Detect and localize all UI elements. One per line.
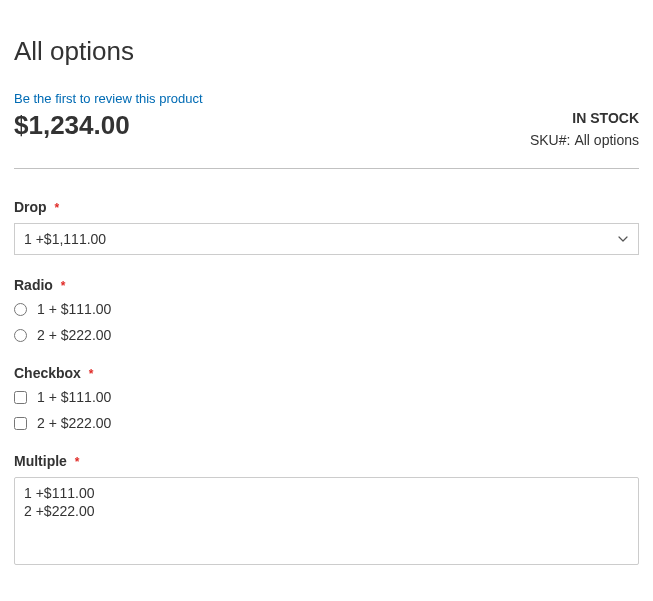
radio-label-text: Radio bbox=[14, 277, 53, 293]
price: $1,234.00 bbox=[14, 110, 130, 141]
radio-option-1[interactable] bbox=[14, 303, 27, 316]
drop-label-text: Drop bbox=[14, 199, 47, 215]
field-drop: Drop * 1 +$1,111.00 bbox=[14, 199, 639, 255]
multiple-label-text: Multiple bbox=[14, 453, 67, 469]
multiple-option-1[interactable]: 1 +$111.00 bbox=[24, 484, 629, 502]
checkbox-option-1-label: 1 + $111.00 bbox=[37, 389, 111, 405]
price-stock-row: $1,234.00 IN STOCK SKU#:All options bbox=[14, 110, 639, 169]
drop-label: Drop * bbox=[14, 199, 639, 215]
stock-sku: IN STOCK SKU#:All options bbox=[530, 110, 639, 148]
field-multiple: Multiple * 1 +$111.00 2 +$222.00 bbox=[14, 453, 639, 565]
field-radio: Radio * 1 + $111.00 2 + $222.00 bbox=[14, 277, 639, 343]
checkbox-option-1[interactable] bbox=[14, 391, 27, 404]
checkbox-option-2-label: 2 + $222.00 bbox=[37, 415, 111, 431]
checkbox-option-2-row: 2 + $222.00 bbox=[14, 415, 639, 431]
page-title: All options bbox=[14, 36, 653, 67]
required-mark: * bbox=[75, 455, 80, 469]
radio-option-2[interactable] bbox=[14, 329, 27, 342]
radio-option-1-label: 1 + $111.00 bbox=[37, 301, 111, 317]
reviews-link[interactable]: Be the first to review this product bbox=[14, 91, 203, 106]
radio-option-2-label: 2 + $222.00 bbox=[37, 327, 111, 343]
sku-row: SKU#:All options bbox=[530, 132, 639, 148]
stock-status: IN STOCK bbox=[530, 110, 639, 126]
checkbox-label-text: Checkbox bbox=[14, 365, 81, 381]
checkbox-option-1-row: 1 + $111.00 bbox=[14, 389, 639, 405]
multiple-option-2[interactable]: 2 +$222.00 bbox=[24, 502, 629, 520]
drop-select-wrapper: 1 +$1,111.00 bbox=[14, 223, 639, 255]
drop-select[interactable]: 1 +$1,111.00 bbox=[14, 223, 639, 255]
radio-label: Radio * bbox=[14, 277, 639, 293]
multiple-select[interactable]: 1 +$111.00 2 +$222.00 bbox=[14, 477, 639, 565]
field-checkbox: Checkbox * 1 + $111.00 2 + $222.00 bbox=[14, 365, 639, 431]
radio-option-2-row: 2 + $222.00 bbox=[14, 327, 639, 343]
checkbox-label: Checkbox * bbox=[14, 365, 639, 381]
required-mark: * bbox=[89, 367, 94, 381]
required-mark: * bbox=[55, 201, 60, 215]
radio-option-1-row: 1 + $111.00 bbox=[14, 301, 639, 317]
checkbox-option-2[interactable] bbox=[14, 417, 27, 430]
required-mark: * bbox=[61, 279, 66, 293]
multiple-label: Multiple * bbox=[14, 453, 639, 469]
sku-value: All options bbox=[574, 132, 639, 148]
sku-label: SKU#: bbox=[530, 132, 570, 148]
